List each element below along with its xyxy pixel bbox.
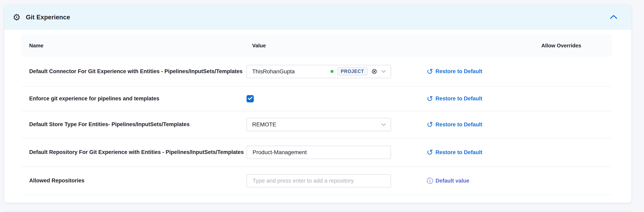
chevron-up-icon — [610, 15, 618, 20]
setting-value-cell — [246, 174, 427, 187]
restore-to-default-link[interactable]: ↺ Restore to Default — [427, 121, 531, 128]
restore-to-default-link[interactable]: ↺ Restore to Default — [427, 95, 531, 103]
next-section-header-sliver[interactable] — [4, 210, 631, 212]
restore-label: Restore to Default — [436, 68, 482, 75]
setting-label: Allowed Repositories — [21, 177, 246, 184]
default-repository-field-wrap — [246, 146, 391, 159]
restore-icon: ↺ — [427, 121, 433, 128]
default-value-indicator[interactable]: ⓘ Default value — [427, 177, 531, 184]
default-value-label: Default value — [436, 178, 469, 184]
clear-connector-icon[interactable]: ⊗ — [371, 68, 377, 75]
restore-label: Restore to Default — [436, 96, 482, 102]
scope-badge: PROJECT — [337, 67, 368, 76]
setting-label: Default Connector For Git Experience wit… — [21, 68, 246, 75]
table-row-enforce-git-experience: Enforce git experience for pipelines and… — [21, 86, 612, 111]
enforce-git-experience-checkbox[interactable] — [246, 95, 254, 102]
restore-icon: ↺ — [427, 95, 433, 103]
chevron-down-icon[interactable] — [381, 121, 386, 128]
connector-select-value: ThisRohanGupta — [252, 68, 295, 75]
table-row-allowed-repositories: Allowed Repositories ⓘ Default value — [21, 167, 612, 195]
table-row-default-store-type: Default Store Type For Entities- Pipelin… — [21, 111, 612, 138]
chevron-down-icon[interactable] — [381, 68, 386, 75]
setting-value-cell — [246, 95, 427, 102]
column-header-name: Name — [21, 43, 246, 49]
collapse-section-button[interactable] — [608, 13, 619, 22]
default-repository-input[interactable] — [252, 146, 386, 159]
info-icon: ⓘ — [427, 177, 433, 184]
store-type-select-value: REMOTE — [252, 121, 276, 128]
git-experience-settings-card: ⚙ Git Experience Name Value Allow Overri… — [4, 5, 631, 203]
restore-to-default-link[interactable]: ↺ Restore to Default — [427, 68, 531, 75]
settings-table: Name Value Allow Overrides Default Conne… — [4, 30, 631, 195]
setting-label: Default Repository For Git Experience wi… — [21, 149, 246, 156]
restore-label: Restore to Default — [436, 149, 482, 156]
connector-select[interactable]: ThisRohanGupta PROJECT ⊗ — [246, 65, 391, 78]
section-header-git-experience[interactable]: ⚙ Git Experience — [4, 5, 631, 30]
restore-icon: ↺ — [427, 148, 433, 156]
restore-to-default-link[interactable]: ↺ Restore to Default — [427, 148, 531, 156]
allowed-repositories-input[interactable] — [252, 174, 386, 187]
checkmark-icon — [248, 96, 252, 101]
table-row-default-repository: Default Repository For Git Experience wi… — [21, 138, 612, 167]
gear-icon: ⚙ — [13, 13, 20, 22]
restore-label: Restore to Default — [436, 121, 482, 128]
restore-icon: ↺ — [427, 68, 433, 75]
connector-status-dot — [330, 70, 334, 73]
column-header-value: Value — [246, 43, 427, 49]
table-row-default-connector: Default Connector For Git Experience wit… — [21, 57, 612, 86]
setting-label: Default Store Type For Entities- Pipelin… — [21, 121, 246, 128]
setting-value-cell — [246, 146, 427, 159]
allowed-repositories-field-wrap — [246, 174, 391, 187]
setting-value-cell: ThisRohanGupta PROJECT ⊗ — [246, 65, 427, 78]
setting-label: Enforce git experience for pipelines and… — [21, 95, 246, 102]
section-title: Git Experience — [26, 14, 70, 21]
column-header-allow-overrides: Allow Overrides — [531, 43, 612, 49]
table-header-row: Name Value Allow Overrides — [21, 34, 612, 57]
setting-value-cell: REMOTE — [246, 118, 427, 131]
store-type-select[interactable]: REMOTE — [246, 118, 391, 131]
